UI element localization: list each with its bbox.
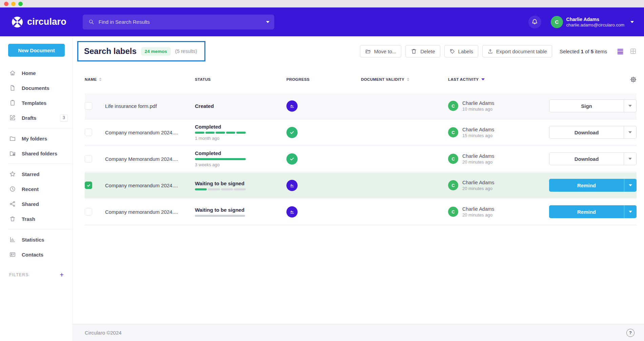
- action-button[interactable]: Remind: [549, 179, 637, 192]
- sidebar-item-home[interactable]: Home: [0, 65, 73, 80]
- add-filter-icon[interactable]: +: [60, 271, 64, 278]
- bell-icon: [531, 18, 538, 25]
- page-title: Search labels: [84, 46, 137, 56]
- sidebar-item-label: My folders: [22, 136, 47, 141]
- action-button[interactable]: Download: [549, 126, 637, 139]
- user-name: Charlie Adams: [566, 16, 624, 22]
- activity-time: 15 minutes ago: [462, 133, 494, 138]
- document-name[interactable]: Company Memorandum 2024....: [105, 156, 195, 162]
- help-button[interactable]: ?: [626, 329, 635, 337]
- window-title-bar: [0, 0, 644, 7]
- action-button[interactable]: Sign: [549, 99, 637, 112]
- sidebar-item-documents[interactable]: Documents: [0, 80, 73, 95]
- sidebar-item-label: Statistics: [22, 237, 44, 243]
- last-activity-cell: C Charlie Adams 15 minutes ago: [448, 127, 549, 138]
- status-text: Created: [195, 103, 286, 109]
- sidebar-nav: HomeDocumentsTemplatesDrafts3My foldersS…: [0, 65, 73, 262]
- sidebar-item-templates[interactable]: Templates: [0, 95, 73, 110]
- table-row[interactable]: Company memorandum 2024.... Waiting to b…: [85, 199, 637, 226]
- selection-summary: Selected 1 of 5 items: [560, 49, 607, 54]
- sidebar-item-statistics[interactable]: Statistics: [0, 232, 73, 247]
- column-header-progress[interactable]: PROGRESS: [286, 77, 361, 81]
- actor-name: Charlie Adams: [462, 179, 494, 186]
- action-button[interactable]: Download: [549, 152, 637, 165]
- folder-icon: [9, 135, 16, 142]
- table-row[interactable]: Company memorandum 2024.... Completed 1 …: [85, 120, 637, 146]
- row-checkbox[interactable]: [85, 182, 92, 189]
- row-checkbox[interactable]: [85, 129, 92, 136]
- status-cell: Waiting to be signed: [195, 181, 286, 190]
- sidebar-item-recent[interactable]: Recent: [0, 182, 73, 196]
- global-search[interactable]: [83, 15, 274, 30]
- sidebar-item-shared[interactable]: Shared: [0, 196, 73, 211]
- actor-name: Charlie Adams: [462, 206, 494, 213]
- table-row[interactable]: Company memorandum 2024.... Waiting to b…: [85, 173, 637, 199]
- footer: Circularo ©2024 ?: [73, 324, 644, 341]
- user-menu[interactable]: C Charlie Adams charlie.adams@circularo.…: [551, 16, 634, 28]
- user-avatar: C: [551, 16, 563, 28]
- action-dropdown-caret[interactable]: [624, 205, 637, 218]
- activity-time: 20 minutes ago: [462, 212, 494, 217]
- window-minimize-button[interactable]: [11, 2, 16, 6]
- row-checkbox[interactable]: [85, 155, 92, 163]
- document-name[interactable]: Company memorandum 2024....: [105, 130, 195, 135]
- sort-icon[interactable]: [407, 78, 409, 81]
- search-dropdown-icon[interactable]: [266, 21, 269, 23]
- status-text: Completed: [195, 150, 286, 156]
- sidebar-item-trash[interactable]: Trash: [0, 211, 73, 226]
- new-document-button[interactable]: New Document: [8, 44, 65, 57]
- action-button[interactable]: Remind: [549, 205, 637, 218]
- column-header-document-validity[interactable]: DOCUMENT VALIDITY: [361, 77, 448, 81]
- completed-check-icon: [286, 153, 298, 165]
- table-settings-gear-icon[interactable]: [630, 76, 637, 83]
- signature-icon: [286, 206, 298, 217]
- results-count: (5 results): [175, 49, 197, 54]
- action-dropdown-caret[interactable]: [624, 100, 636, 112]
- column-header-last-activity[interactable]: LAST ACTIVITY: [448, 77, 549, 81]
- table-row[interactable]: Life insurance form.pdf Created C Charli…: [85, 93, 637, 120]
- status-cell: Created: [195, 103, 286, 109]
- progress-bar: [195, 132, 246, 134]
- list-view-icon[interactable]: [617, 48, 624, 55]
- sidebar-item-shared-folders[interactable]: Shared folders: [0, 146, 73, 161]
- star-icon: [9, 171, 16, 177]
- last-activity-cell: C Charlie Adams 10 minutes ago: [448, 100, 549, 112]
- grid-view-icon[interactable]: [630, 48, 637, 55]
- labels-button[interactable]: Labels: [444, 45, 478, 57]
- action-dropdown-caret[interactable]: [624, 153, 636, 165]
- sidebar-item-starred[interactable]: Starred: [0, 167, 73, 182]
- status-text: Waiting to be signed: [195, 207, 286, 213]
- window-zoom-button[interactable]: [18, 2, 23, 6]
- sidebar-divider: [8, 229, 73, 229]
- sidebar-item-label: Templates: [22, 100, 46, 106]
- trash-icon: [9, 215, 16, 222]
- document-name[interactable]: Life insurance form.pdf: [105, 103, 195, 109]
- table-row[interactable]: Company Memorandum 2024.... Completed 3 …: [85, 146, 637, 173]
- sidebar: New Document HomeDocumentsTemplatesDraft…: [0, 36, 73, 341]
- column-header-name[interactable]: NAME: [85, 77, 195, 81]
- document-name[interactable]: Company memorandum 2024....: [105, 209, 195, 215]
- sidebar-divider: [8, 164, 73, 164]
- sidebar-item-my-folders[interactable]: My folders: [0, 131, 73, 146]
- sort-icon[interactable]: [99, 78, 102, 81]
- sidebar-item-contacts[interactable]: Contacts: [0, 247, 73, 262]
- row-checkbox[interactable]: [85, 102, 92, 110]
- action-dropdown-caret[interactable]: [624, 126, 636, 138]
- drafts-count-badge: 3: [60, 114, 68, 121]
- signature-icon: [286, 180, 298, 191]
- search-input[interactable]: [99, 19, 262, 25]
- window-close-button[interactable]: [4, 2, 8, 6]
- folder-shared-icon: [9, 150, 16, 157]
- notifications-button[interactable]: [528, 16, 541, 29]
- last-activity-cell: C Charlie Adams 20 minutes ago: [448, 179, 549, 191]
- brand-logo[interactable]: circularo: [11, 16, 66, 29]
- action-dropdown-caret[interactable]: [624, 179, 637, 192]
- export-document-table-button[interactable]: Export document table: [482, 45, 552, 57]
- sidebar-item-label: Shared: [22, 201, 39, 207]
- move-to-button[interactable]: Move to...: [360, 45, 401, 57]
- sidebar-item-drafts[interactable]: Drafts3: [0, 110, 73, 125]
- row-checkbox[interactable]: [85, 208, 92, 215]
- delete-button[interactable]: Delete: [405, 45, 440, 57]
- column-header-status[interactable]: STATUS: [195, 77, 286, 81]
- document-name[interactable]: Company memorandum 2024....: [105, 183, 195, 188]
